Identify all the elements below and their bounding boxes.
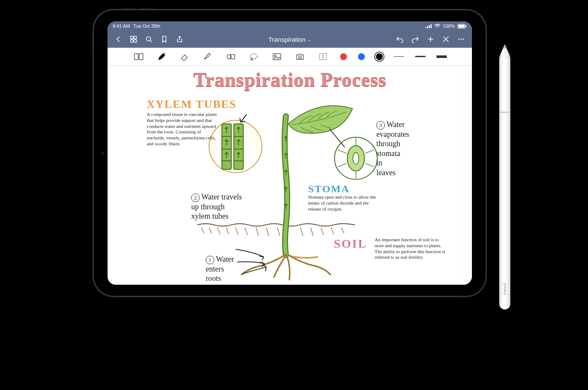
xylem-description: A compound tissue in vascular plants tha… — [147, 112, 218, 147]
undo-button[interactable] — [393, 32, 407, 46]
highlighter-tool[interactable] — [202, 51, 214, 63]
image-tool[interactable] — [271, 51, 283, 63]
page-layout-tool[interactable] — [133, 51, 145, 63]
status-battery-pct: 100% — [443, 23, 455, 29]
svg-point-12 — [146, 37, 151, 41]
svg-point-30 — [299, 56, 301, 58]
ipad-screen: 9:41 AM Tue Oct 30th 100% — [108, 21, 472, 285]
lasso-tool[interactable] — [248, 51, 260, 63]
pencil-band — [499, 112, 510, 113]
status-date: Tue Oct 30th — [133, 23, 160, 29]
text-tool[interactable]: T — [317, 51, 329, 63]
svg-rect-22 — [139, 54, 143, 60]
svg-line-35 — [218, 228, 220, 234]
heading-xylem: Xylem Tubes — [147, 98, 236, 111]
heading-soil: Soil — [334, 237, 367, 251]
svg-point-20 — [463, 39, 464, 40]
apple-pencil: Pencil — [499, 44, 510, 309]
svg-rect-8 — [131, 36, 133, 39]
stroke-width-thick[interactable] — [437, 55, 447, 58]
svg-line-41 — [277, 228, 280, 236]
svg-point-58 — [353, 153, 359, 165]
step-3: 3Water evaporates through stomata in lea… — [376, 110, 409, 177]
bookmark-button[interactable] — [157, 32, 172, 46]
app-navbar: Transpiration ⌄ — [108, 31, 472, 48]
svg-line-38 — [245, 228, 247, 235]
pen-tool[interactable] — [156, 51, 168, 63]
stroke-width-thin[interactable] — [394, 56, 404, 57]
svg-rect-2 — [429, 25, 430, 28]
camera-tool[interactable] — [294, 51, 306, 63]
svg-line-45 — [331, 228, 334, 234]
wifi-icon — [434, 24, 440, 28]
step-1: 1Water enters roots — [206, 245, 234, 283]
search-button[interactable] — [142, 32, 156, 46]
redo-button[interactable] — [408, 32, 422, 46]
library-grid-button[interactable] — [126, 32, 141, 46]
svg-rect-10 — [131, 40, 133, 42]
stroke-width-mid[interactable] — [415, 56, 425, 57]
svg-line-13 — [150, 40, 152, 42]
pencil-tip-icon — [499, 44, 510, 60]
svg-line-34 — [209, 228, 212, 234]
svg-line-36 — [226, 228, 229, 234]
svg-point-18 — [459, 39, 460, 40]
svg-line-39 — [256, 228, 259, 236]
color-swatch-red[interactable] — [340, 53, 347, 60]
document-title-label: Transpiration — [268, 36, 306, 43]
step-2: 2Water travels up through xylem tubes — [191, 182, 242, 221]
step-1-number: 1 — [206, 256, 214, 264]
svg-rect-6 — [458, 25, 465, 28]
svg-line-46 — [341, 228, 344, 234]
share-button[interactable] — [172, 32, 187, 46]
heading-stoma: Stoma — [308, 183, 350, 195]
svg-rect-7 — [466, 25, 467, 27]
svg-text:T: T — [322, 55, 324, 59]
pencil-body — [499, 59, 510, 309]
status-time: 9:41 AM — [113, 23, 130, 29]
note-canvas[interactable]: Transpiration Process Xylem Tubes Stoma … — [108, 66, 472, 285]
pencil-label: Pencil — [503, 283, 507, 295]
svg-line-33 — [201, 228, 204, 234]
color-swatch-black[interactable] — [376, 53, 383, 60]
svg-line-37 — [236, 228, 238, 235]
step-3-number: 3 — [376, 121, 385, 130]
step-2-number: 2 — [191, 194, 200, 202]
note-title: Transpiration Process — [108, 68, 472, 91]
svg-rect-0 — [425, 27, 427, 28]
cellular-signal-icon — [425, 24, 432, 28]
back-button[interactable] — [111, 32, 125, 46]
svg-rect-1 — [427, 26, 428, 28]
svg-point-27 — [251, 58, 253, 60]
add-button[interactable] — [423, 32, 438, 46]
svg-line-43 — [311, 228, 313, 236]
svg-point-29 — [275, 55, 276, 56]
stoma-description: Stomata open and close to allow the inta… — [308, 194, 381, 212]
svg-line-42 — [300, 228, 303, 236]
toggle-toolbar-button[interactable] — [439, 32, 453, 46]
battery-icon — [457, 24, 467, 29]
svg-point-23 — [163, 53, 165, 55]
color-swatch-blue[interactable] — [358, 53, 365, 60]
svg-point-26 — [250, 54, 257, 59]
svg-line-40 — [266, 228, 269, 236]
svg-rect-21 — [134, 54, 138, 60]
drawing-toolbar: T — [108, 48, 472, 66]
ipad-device: 9:41 AM Tue Oct 30th 100% — [94, 10, 486, 296]
svg-rect-11 — [134, 40, 137, 42]
chevron-down-icon: ⌄ — [307, 37, 311, 43]
eraser-tool[interactable] — [179, 51, 191, 63]
svg-rect-3 — [431, 24, 432, 28]
svg-line-44 — [321, 228, 323, 235]
svg-rect-9 — [134, 36, 137, 39]
soil-description: An important function of soil is to stor… — [375, 237, 447, 260]
ios-status-bar: 9:41 AM Tue Oct 30th 100% — [108, 21, 472, 31]
shapes-tool[interactable] — [225, 51, 237, 63]
svg-point-19 — [461, 39, 462, 40]
svg-point-4 — [437, 27, 438, 28]
more-button[interactable] — [454, 32, 469, 46]
